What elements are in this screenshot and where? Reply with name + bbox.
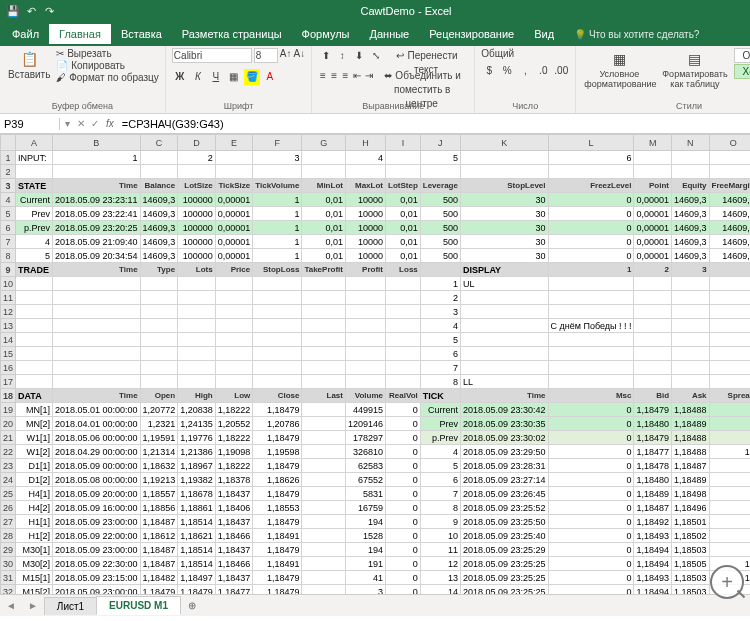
group-align: Выравнивание: [318, 101, 468, 111]
wrap-text-button[interactable]: ↩ Перенести текст: [385, 48, 468, 64]
font-size-select[interactable]: 8: [254, 48, 278, 63]
align-bottom-icon[interactable]: ⬇: [352, 48, 367, 64]
tab-view[interactable]: Вид: [524, 24, 564, 44]
tab-formulas[interactable]: Формулы: [292, 24, 360, 44]
fill-color-button[interactable]: 🪣: [244, 69, 260, 85]
formula-input[interactable]: =СРЗНАЧ(G39:G43): [118, 118, 750, 130]
italic-button[interactable]: К: [190, 69, 206, 85]
tab-file[interactable]: Файл: [2, 24, 49, 44]
tell-me[interactable]: Что вы хотите сделать?: [574, 29, 699, 40]
redo-icon[interactable]: ↷: [42, 5, 56, 18]
border-button[interactable]: ▦: [226, 69, 242, 85]
fx-icon[interactable]: fx: [102, 118, 118, 129]
inc-decimal-icon[interactable]: .0: [535, 63, 551, 79]
sheet-tab-2[interactable]: EURUSD M1: [96, 596, 181, 615]
tab-review[interactable]: Рецензирование: [419, 24, 524, 44]
align-left-icon[interactable]: ≡: [318, 68, 327, 84]
tab-layout[interactable]: Разметка страницы: [172, 24, 292, 44]
align-middle-icon[interactable]: ↕: [335, 48, 350, 64]
zoom-magnifier-icon[interactable]: +: [710, 565, 744, 599]
style-normal[interactable]: Обычный: [734, 48, 750, 63]
group-number: Число: [481, 101, 569, 111]
sheet-nav-prev-icon[interactable]: ◄: [0, 600, 22, 611]
group-clipboard: Буфер обмена: [6, 101, 159, 111]
save-icon[interactable]: 💾: [6, 5, 20, 18]
paste-button[interactable]: 📋Вставить: [6, 48, 52, 82]
add-sheet-button[interactable]: ⊕: [180, 600, 204, 611]
currency-icon[interactable]: $: [481, 63, 497, 79]
copy-button[interactable]: 📄 Копировать: [56, 60, 158, 71]
dec-decimal-icon[interactable]: .00: [553, 63, 569, 79]
namebox-dropdown-icon[interactable]: ▾: [60, 118, 74, 129]
increase-font-icon[interactable]: A↑: [280, 48, 292, 63]
tab-home[interactable]: Главная: [49, 24, 111, 44]
align-top-icon[interactable]: ⬆: [318, 48, 333, 64]
style-good[interactable]: Хороший: [734, 64, 750, 79]
enter-formula-icon[interactable]: ✓: [88, 118, 102, 129]
indent-dec-icon[interactable]: ⇤: [352, 68, 362, 84]
format-painter-button[interactable]: 🖌 Формат по образцу: [56, 72, 158, 83]
number-format-select[interactable]: Общий: [481, 48, 551, 59]
ribbon-tabs: Файл Главная Вставка Разметка страницы Ф…: [0, 22, 750, 46]
titlebar: 💾 ↶ ↷ CawtDemo - Excel: [0, 0, 750, 22]
formula-bar: P39 ▾ ✕ ✓ fx =СРЗНАЧ(G39:G43): [0, 114, 750, 134]
percent-icon[interactable]: %: [499, 63, 515, 79]
sheet-tabs: ◄ ► Лист1 EURUSD M1 ⊕: [0, 594, 750, 616]
font-name-select[interactable]: Calibri: [172, 48, 252, 63]
bold-button[interactable]: Ж: [172, 69, 188, 85]
font-color-button[interactable]: A: [262, 69, 278, 85]
format-table-button[interactable]: ▤Форматировать как таблицу: [660, 48, 729, 91]
app-title: CawtDemo - Excel: [62, 5, 750, 17]
grid[interactable]: ABCDEFGHIJKLMNOPQRS1INPUT:12345623STATET…: [0, 134, 750, 594]
group-font: Шрифт: [172, 101, 305, 111]
align-center-icon[interactable]: ≡: [330, 68, 339, 84]
underline-button[interactable]: Ч: [208, 69, 224, 85]
conditional-format-button[interactable]: ▦Условное форматирование: [582, 48, 656, 91]
sheet-tab-1[interactable]: Лист1: [44, 597, 97, 615]
decrease-font-icon[interactable]: A↓: [294, 48, 306, 63]
comma-icon[interactable]: ,: [517, 63, 533, 79]
name-box[interactable]: P39: [0, 118, 60, 130]
tab-insert[interactable]: Вставка: [111, 24, 172, 44]
align-right-icon[interactable]: ≡: [341, 68, 350, 84]
undo-icon[interactable]: ↶: [24, 5, 38, 18]
tab-data[interactable]: Данные: [359, 24, 419, 44]
orientation-icon[interactable]: ⤡: [368, 48, 383, 64]
cut-button[interactable]: ✂ Вырезать: [56, 48, 158, 59]
ribbon: 📋Вставить ✂ Вырезать 📄 Копировать 🖌 Форм…: [0, 46, 750, 114]
merge-center-button[interactable]: ⬌ Объединить и поместить в центре: [376, 68, 468, 84]
sheet-nav-next-icon[interactable]: ►: [22, 600, 44, 611]
cancel-formula-icon[interactable]: ✕: [74, 118, 88, 129]
group-styles: Стили: [582, 101, 750, 111]
indent-inc-icon[interactable]: ⇥: [364, 68, 374, 84]
